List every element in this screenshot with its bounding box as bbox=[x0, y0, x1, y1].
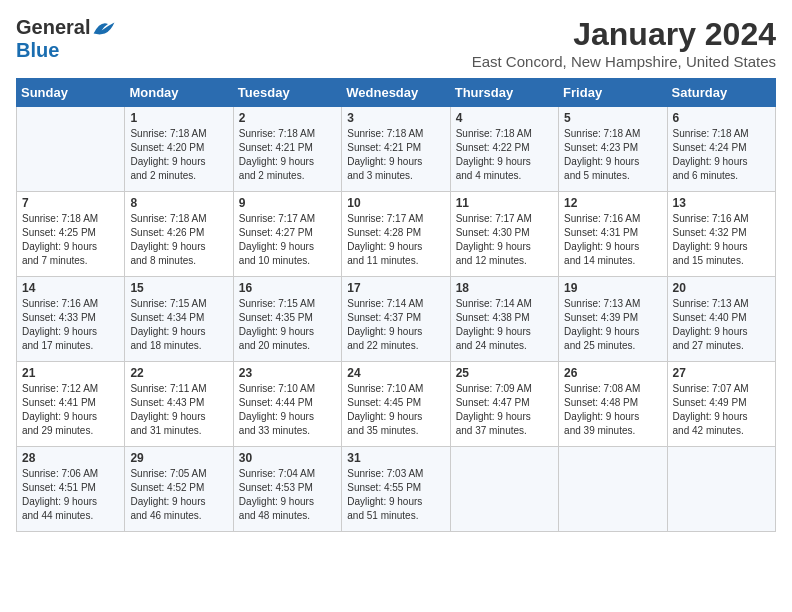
day-number: 15 bbox=[130, 281, 227, 295]
header-day: Thursday bbox=[450, 79, 558, 107]
calendar-cell: 18Sunrise: 7:14 AM Sunset: 4:38 PM Dayli… bbox=[450, 277, 558, 362]
day-number: 12 bbox=[564, 196, 661, 210]
cell-info: Sunrise: 7:06 AM Sunset: 4:51 PM Dayligh… bbox=[22, 467, 119, 523]
cell-info: Sunrise: 7:18 AM Sunset: 4:26 PM Dayligh… bbox=[130, 212, 227, 268]
calendar-cell: 6Sunrise: 7:18 AM Sunset: 4:24 PM Daylig… bbox=[667, 107, 775, 192]
cell-info: Sunrise: 7:11 AM Sunset: 4:43 PM Dayligh… bbox=[130, 382, 227, 438]
calendar-cell: 21Sunrise: 7:12 AM Sunset: 4:41 PM Dayli… bbox=[17, 362, 125, 447]
cell-info: Sunrise: 7:14 AM Sunset: 4:37 PM Dayligh… bbox=[347, 297, 444, 353]
logo-general: General bbox=[16, 16, 90, 39]
cell-info: Sunrise: 7:03 AM Sunset: 4:55 PM Dayligh… bbox=[347, 467, 444, 523]
day-number: 17 bbox=[347, 281, 444, 295]
day-number: 27 bbox=[673, 366, 770, 380]
day-number: 31 bbox=[347, 451, 444, 465]
day-number: 22 bbox=[130, 366, 227, 380]
calendar-cell: 19Sunrise: 7:13 AM Sunset: 4:39 PM Dayli… bbox=[559, 277, 667, 362]
calendar-cell: 16Sunrise: 7:15 AM Sunset: 4:35 PM Dayli… bbox=[233, 277, 341, 362]
day-number: 24 bbox=[347, 366, 444, 380]
day-number: 19 bbox=[564, 281, 661, 295]
calendar-cell: 9Sunrise: 7:17 AM Sunset: 4:27 PM Daylig… bbox=[233, 192, 341, 277]
cell-info: Sunrise: 7:09 AM Sunset: 4:47 PM Dayligh… bbox=[456, 382, 553, 438]
calendar-cell: 3Sunrise: 7:18 AM Sunset: 4:21 PM Daylig… bbox=[342, 107, 450, 192]
calendar-header: SundayMondayTuesdayWednesdayThursdayFrid… bbox=[17, 79, 776, 107]
calendar-week-row: 7Sunrise: 7:18 AM Sunset: 4:25 PM Daylig… bbox=[17, 192, 776, 277]
day-number: 13 bbox=[673, 196, 770, 210]
cell-info: Sunrise: 7:12 AM Sunset: 4:41 PM Dayligh… bbox=[22, 382, 119, 438]
cell-info: Sunrise: 7:18 AM Sunset: 4:24 PM Dayligh… bbox=[673, 127, 770, 183]
cell-info: Sunrise: 7:18 AM Sunset: 4:23 PM Dayligh… bbox=[564, 127, 661, 183]
day-number: 6 bbox=[673, 111, 770, 125]
logo-blue: Blue bbox=[16, 39, 59, 61]
calendar-cell: 1Sunrise: 7:18 AM Sunset: 4:20 PM Daylig… bbox=[125, 107, 233, 192]
calendar-week-row: 1Sunrise: 7:18 AM Sunset: 4:20 PM Daylig… bbox=[17, 107, 776, 192]
day-number: 7 bbox=[22, 196, 119, 210]
cell-info: Sunrise: 7:10 AM Sunset: 4:44 PM Dayligh… bbox=[239, 382, 336, 438]
calendar-subtitle: East Concord, New Hampshire, United Stat… bbox=[472, 53, 776, 70]
cell-info: Sunrise: 7:16 AM Sunset: 4:31 PM Dayligh… bbox=[564, 212, 661, 268]
header-day: Saturday bbox=[667, 79, 775, 107]
day-number: 28 bbox=[22, 451, 119, 465]
cell-info: Sunrise: 7:15 AM Sunset: 4:34 PM Dayligh… bbox=[130, 297, 227, 353]
calendar-cell: 22Sunrise: 7:11 AM Sunset: 4:43 PM Dayli… bbox=[125, 362, 233, 447]
cell-info: Sunrise: 7:17 AM Sunset: 4:30 PM Dayligh… bbox=[456, 212, 553, 268]
day-number: 29 bbox=[130, 451, 227, 465]
cell-info: Sunrise: 7:10 AM Sunset: 4:45 PM Dayligh… bbox=[347, 382, 444, 438]
header-day: Monday bbox=[125, 79, 233, 107]
logo-bird-icon bbox=[92, 19, 116, 37]
day-number: 18 bbox=[456, 281, 553, 295]
calendar-cell: 25Sunrise: 7:09 AM Sunset: 4:47 PM Dayli… bbox=[450, 362, 558, 447]
cell-info: Sunrise: 7:16 AM Sunset: 4:33 PM Dayligh… bbox=[22, 297, 119, 353]
header-day: Friday bbox=[559, 79, 667, 107]
day-number: 26 bbox=[564, 366, 661, 380]
calendar-cell: 23Sunrise: 7:10 AM Sunset: 4:44 PM Dayli… bbox=[233, 362, 341, 447]
cell-info: Sunrise: 7:13 AM Sunset: 4:39 PM Dayligh… bbox=[564, 297, 661, 353]
calendar-cell: 7Sunrise: 7:18 AM Sunset: 4:25 PM Daylig… bbox=[17, 192, 125, 277]
header-day: Wednesday bbox=[342, 79, 450, 107]
day-number: 20 bbox=[673, 281, 770, 295]
calendar-cell: 20Sunrise: 7:13 AM Sunset: 4:40 PM Dayli… bbox=[667, 277, 775, 362]
calendar-cell: 28Sunrise: 7:06 AM Sunset: 4:51 PM Dayli… bbox=[17, 447, 125, 532]
calendar-cell: 15Sunrise: 7:15 AM Sunset: 4:34 PM Dayli… bbox=[125, 277, 233, 362]
calendar-cell: 5Sunrise: 7:18 AM Sunset: 4:23 PM Daylig… bbox=[559, 107, 667, 192]
calendar-cell: 14Sunrise: 7:16 AM Sunset: 4:33 PM Dayli… bbox=[17, 277, 125, 362]
calendar-cell: 31Sunrise: 7:03 AM Sunset: 4:55 PM Dayli… bbox=[342, 447, 450, 532]
cell-info: Sunrise: 7:16 AM Sunset: 4:32 PM Dayligh… bbox=[673, 212, 770, 268]
cell-info: Sunrise: 7:15 AM Sunset: 4:35 PM Dayligh… bbox=[239, 297, 336, 353]
day-number: 30 bbox=[239, 451, 336, 465]
calendar-cell: 4Sunrise: 7:18 AM Sunset: 4:22 PM Daylig… bbox=[450, 107, 558, 192]
cell-info: Sunrise: 7:05 AM Sunset: 4:52 PM Dayligh… bbox=[130, 467, 227, 523]
calendar-cell bbox=[450, 447, 558, 532]
day-number: 9 bbox=[239, 196, 336, 210]
header-day: Sunday bbox=[17, 79, 125, 107]
day-number: 8 bbox=[130, 196, 227, 210]
day-number: 21 bbox=[22, 366, 119, 380]
day-number: 14 bbox=[22, 281, 119, 295]
cell-info: Sunrise: 7:14 AM Sunset: 4:38 PM Dayligh… bbox=[456, 297, 553, 353]
day-number: 10 bbox=[347, 196, 444, 210]
calendar-cell: 11Sunrise: 7:17 AM Sunset: 4:30 PM Dayli… bbox=[450, 192, 558, 277]
cell-info: Sunrise: 7:18 AM Sunset: 4:21 PM Dayligh… bbox=[239, 127, 336, 183]
day-number: 23 bbox=[239, 366, 336, 380]
cell-info: Sunrise: 7:18 AM Sunset: 4:25 PM Dayligh… bbox=[22, 212, 119, 268]
cell-info: Sunrise: 7:17 AM Sunset: 4:27 PM Dayligh… bbox=[239, 212, 336, 268]
calendar-cell: 10Sunrise: 7:17 AM Sunset: 4:28 PM Dayli… bbox=[342, 192, 450, 277]
calendar-cell: 2Sunrise: 7:18 AM Sunset: 4:21 PM Daylig… bbox=[233, 107, 341, 192]
cell-info: Sunrise: 7:13 AM Sunset: 4:40 PM Dayligh… bbox=[673, 297, 770, 353]
day-number: 3 bbox=[347, 111, 444, 125]
calendar-cell: 30Sunrise: 7:04 AM Sunset: 4:53 PM Dayli… bbox=[233, 447, 341, 532]
calendar-cell: 24Sunrise: 7:10 AM Sunset: 4:45 PM Dayli… bbox=[342, 362, 450, 447]
title-area: January 2024 East Concord, New Hampshire… bbox=[472, 16, 776, 70]
calendar-week-row: 14Sunrise: 7:16 AM Sunset: 4:33 PM Dayli… bbox=[17, 277, 776, 362]
cell-info: Sunrise: 7:07 AM Sunset: 4:49 PM Dayligh… bbox=[673, 382, 770, 438]
day-number: 1 bbox=[130, 111, 227, 125]
calendar-cell: 27Sunrise: 7:07 AM Sunset: 4:49 PM Dayli… bbox=[667, 362, 775, 447]
day-number: 5 bbox=[564, 111, 661, 125]
day-number: 16 bbox=[239, 281, 336, 295]
calendar-cell: 12Sunrise: 7:16 AM Sunset: 4:31 PM Dayli… bbox=[559, 192, 667, 277]
cell-info: Sunrise: 7:18 AM Sunset: 4:21 PM Dayligh… bbox=[347, 127, 444, 183]
day-number: 25 bbox=[456, 366, 553, 380]
calendar-cell: 26Sunrise: 7:08 AM Sunset: 4:48 PM Dayli… bbox=[559, 362, 667, 447]
calendar-week-row: 28Sunrise: 7:06 AM Sunset: 4:51 PM Dayli… bbox=[17, 447, 776, 532]
calendar-week-row: 21Sunrise: 7:12 AM Sunset: 4:41 PM Dayli… bbox=[17, 362, 776, 447]
day-number: 2 bbox=[239, 111, 336, 125]
